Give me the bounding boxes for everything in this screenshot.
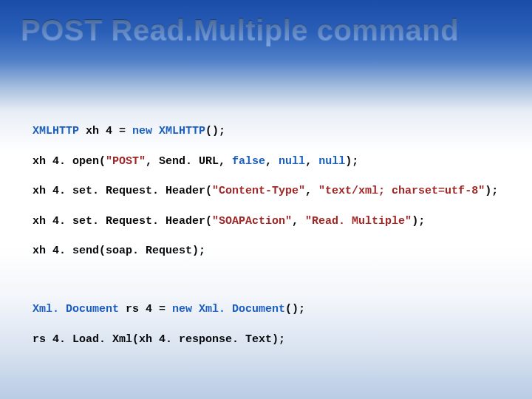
code-line-4: xh 4. set. Request. Header("SOAPAction",… [33, 214, 510, 229]
code-text: , [265, 155, 279, 168]
type-token: XMLHTTP [152, 125, 205, 137]
string-token: "text/xml; charset=utf-8" [318, 185, 485, 197]
keyword-token: null [318, 155, 345, 168]
code-text: , [292, 215, 305, 228]
string-token: "POST" [106, 155, 146, 168]
keyword-token: null [279, 155, 305, 168]
string-token: "Content-Type" [212, 185, 305, 197]
code-text: , Send. URL, [146, 155, 232, 168]
code-gap [33, 274, 510, 287]
code-text: xh 4. set. Request. Header( [33, 185, 212, 197]
code-text: ); [345, 155, 358, 168]
type-token: Xml. Document [192, 303, 285, 316]
keyword-token: false [232, 155, 265, 168]
code-line-3: xh 4. set. Request. Header("Content-Type… [33, 184, 510, 199]
code-line-6: Xml. Document rs 4 = new Xml. Document()… [33, 302, 510, 317]
code-text: ); [412, 215, 425, 228]
code-line-7: rs 4. Load. Xml(xh 4. response. Text); [33, 332, 510, 347]
keyword-token: new [172, 303, 192, 316]
code-text: rs 4 = [119, 303, 172, 316]
string-token: "Read. Multiple" [305, 215, 412, 228]
code-text: xh 4 = [79, 125, 132, 137]
type-token: XMLHTTP [33, 125, 79, 137]
code-text: (); [205, 125, 225, 137]
code-text: ); [485, 185, 498, 197]
type-token: Xml. Document [33, 303, 119, 316]
code-text: xh 4. send(soap. Request); [33, 245, 205, 257]
code-text: xh 4. set. Request. Header( [33, 215, 212, 228]
code-line-5: xh 4. send(soap. Request); [33, 244, 510, 259]
code-line-1: XMLHTTP xh 4 = new XMLHTTP(); [33, 124, 510, 139]
code-text: , [305, 185, 318, 197]
code-area: XMLHTTP xh 4 = new XMLHTTP(); xh 4. open… [33, 109, 510, 362]
keyword-token: new [132, 125, 152, 137]
slide-title: POST Read.Multiple command [21, 13, 459, 47]
code-text: rs 4. Load. Xml(xh 4. response. Text); [33, 333, 285, 346]
code-line-2: xh 4. open("POST", Send. URL, false, nul… [33, 154, 510, 169]
string-token: "SOAPAction" [212, 215, 292, 228]
code-text: , [305, 155, 318, 168]
code-text: xh 4. open( [33, 155, 106, 168]
code-text: (); [285, 303, 305, 316]
